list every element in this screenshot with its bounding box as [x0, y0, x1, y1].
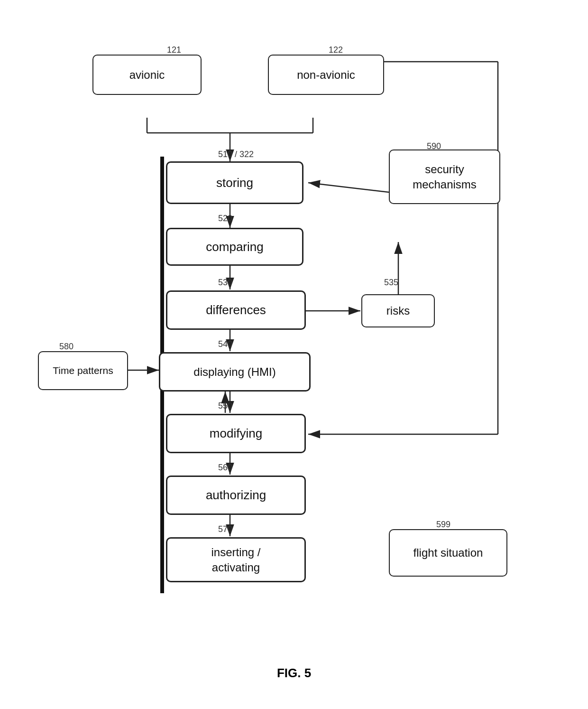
non-avionic-box: non-avionic — [268, 55, 384, 95]
svg-line-15 — [308, 183, 389, 192]
comparing-box: comparing — [166, 228, 303, 266]
figure-caption: FIG. 5 — [0, 666, 588, 681]
label-121: 121 — [167, 45, 181, 55]
label-535: 535 — [384, 278, 398, 288]
label-570: 570 — [218, 524, 232, 534]
differences-box: differences — [166, 290, 306, 330]
modifying-box: modifying — [166, 414, 306, 453]
label-510: 510 / 322 — [218, 149, 254, 159]
time-patterns-box: Time patterns — [38, 351, 128, 390]
label-122: 122 — [329, 45, 343, 55]
flight-situation-box: flight situation — [389, 529, 507, 577]
avionic-box: avionic — [92, 55, 202, 95]
label-530: 530 — [218, 278, 232, 288]
label-599: 599 — [436, 520, 450, 530]
inserting-box: inserting / activating — [166, 537, 306, 582]
label-520: 520 — [218, 214, 232, 224]
label-540: 540 — [218, 339, 232, 349]
label-580: 580 — [59, 342, 74, 352]
diagram: 121 122 510 / 322 520 530 535 540 550 56… — [0, 0, 588, 709]
security-box: security mechanisms — [389, 149, 500, 204]
label-550: 550 — [218, 401, 232, 411]
displaying-box: displaying (HMI) — [159, 352, 311, 392]
label-560: 560 — [218, 463, 232, 473]
storing-box: storing — [166, 161, 303, 204]
risks-box: risks — [361, 294, 435, 327]
authorizing-box: authorizing — [166, 476, 306, 515]
